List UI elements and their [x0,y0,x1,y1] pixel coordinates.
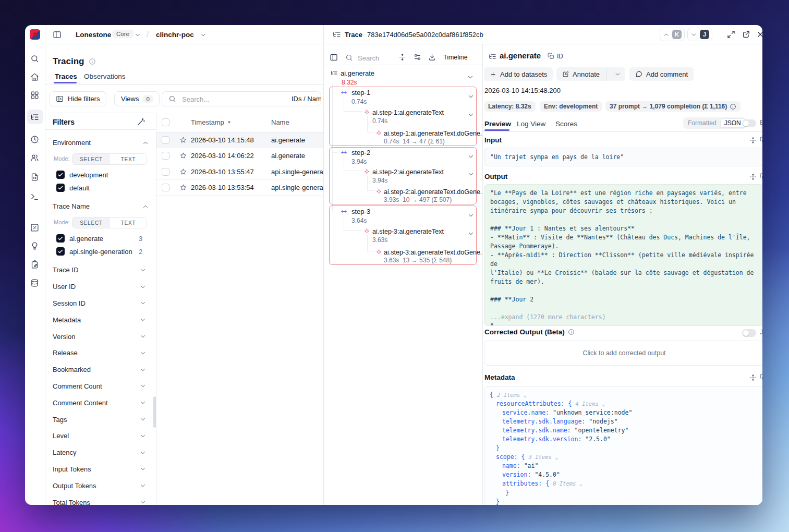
star-icon[interactable] [179,136,187,144]
tree-generation-name[interactable]: ai.step-1:ai.generateText [372,109,444,116]
chevron-down-icon[interactable] [467,171,475,178]
chevron-down-icon[interactable] [467,230,475,237]
dashboard-grid-icon[interactable] [30,91,39,100]
download-icon[interactable] [428,53,436,61]
wand-sparkles-icon[interactable] [137,117,145,126]
mode-text-option[interactable]: TEXT [110,217,147,228]
tab-scores[interactable]: Scores [555,120,577,128]
annotate-button[interactable]: Annotate [556,67,625,81]
filter-option-api-single-generation[interactable]: api.single-generation [69,248,132,256]
row-checkbox[interactable] [162,136,169,144]
corrected-json-toggle[interactable] [742,329,756,337]
formatted-option[interactable]: Formatted [684,119,720,127]
chevron-down-icon[interactable] [467,153,475,160]
trace-id[interactable]: 783e174d06d5e5a002c0daf861f852cb [367,31,483,39]
filter-section-version[interactable]: Version [45,328,156,345]
row-checkbox[interactable] [162,184,169,191]
external-link-icon[interactable] [742,30,750,39]
tree-dogenerate-name[interactable]: ai.step-1:ai.generateText.doGene... [384,130,485,137]
tab-traces[interactable]: Traces [55,72,77,80]
annotation-clipboard-icon[interactable] [30,260,39,269]
tree-search-input[interactable] [357,51,395,65]
views-button[interactable]: Views 0 [114,91,160,106]
project-chevron-down-icon[interactable] [200,31,207,39]
star-icon[interactable] [179,152,187,160]
copy-icon[interactable] [760,173,762,180]
filter-section-latency[interactable]: Latency [45,444,156,461]
table-row[interactable]: 2026-03-10 14:06:22 ai.generate [156,148,327,164]
sessions-clock-icon[interactable] [30,135,39,144]
column-timestamp[interactable]: Timestamp [191,118,271,126]
langfuse-logo[interactable] [30,29,40,40]
add-comment-button[interactable]: Add comment [629,67,694,81]
prompts-file-icon[interactable] [30,173,39,182]
copy-icon[interactable] [760,374,762,381]
tree-generation-name[interactable]: ai.step-2:ai.generateText [372,168,444,176]
star-icon[interactable] [179,168,187,176]
json-line[interactable]: attributes:{0 Items [484,479,762,488]
chevron-down-icon[interactable] [614,71,621,78]
unfold-vertical-icon[interactable] [749,173,757,180]
tree-panel-toggle-icon[interactable] [330,53,338,62]
lightbulb-icon[interactable] [30,241,39,250]
hide-filters-button[interactable]: Hide filters [49,91,106,106]
search-icon[interactable] [30,54,39,63]
datasets-database-icon[interactable] [30,279,39,287]
filter-section-tags[interactable]: Tags [45,411,156,428]
copy-icon[interactable] [548,53,554,59]
home-icon[interactable] [30,72,39,81]
row-checkbox[interactable] [162,168,169,176]
filter-section-comment-count[interactable]: Comment Count [45,378,156,395]
chevron-down-icon[interactable] [467,74,474,81]
prev-trace-control[interactable]: K [660,28,685,41]
tree-root-name[interactable]: ai.generate [341,69,374,77]
filter-option-development[interactable]: development [69,171,108,179]
close-icon[interactable] [756,30,762,39]
unfold-vertical-icon[interactable] [749,137,757,144]
id-label[interactable]: ID [557,53,563,60]
breadcrumb-org[interactable]: Lonestone [76,31,111,39]
tree-step-name[interactable]: step-1 [351,89,370,96]
tree-dogenerate-name[interactable]: ai.step-3:ai.generateText.doGene... [384,249,485,256]
filter-section-trace-id[interactable]: Trace ID [45,262,156,279]
tree-dogenerate-name[interactable]: ai.step-2:ai.generateText.doGene... [384,188,485,196]
next-trace-control[interactable]: J [687,28,712,41]
star-icon[interactable] [179,184,187,191]
filter-section-session-id[interactable]: Session ID [45,295,156,312]
chevron-up-icon[interactable] [142,203,149,210]
filter-section-total-tokens[interactable]: Total Tokens [45,494,156,505]
chevron-up-icon[interactable] [142,139,149,147]
tree-step-name[interactable]: step-2 [351,149,370,156]
sidebar-toggle-icon[interactable] [53,30,62,39]
tree-generation-name[interactable]: ai.step-3:ai.generateText [372,228,444,235]
corrected-output-box[interactable]: Click to add corrected output [484,341,762,366]
timeline-toggle[interactable]: Timeline [443,54,468,61]
filter-section-output-tokens[interactable]: Output Tokens [45,477,156,494]
breadcrumb-project[interactable]: clinchr-poc [156,31,194,39]
filter-section-user-id[interactable]: User ID [45,279,156,295]
json-line[interactable]: resourceAttributes:{4 Items [484,399,762,408]
filter-section-trace-name[interactable]: Trace Name [53,202,90,210]
info-icon[interactable] [89,58,96,65]
table-row[interactable]: 2026-03-10 13:55:47 api.single-generatio… [156,164,327,180]
mode-text-option[interactable]: TEXT [110,154,147,164]
beta-toggle[interactable] [742,119,756,127]
table-row[interactable]: 2026-03-10 14:15:48 ai.generate [156,132,327,148]
output-expand-link[interactable]: ...expand (1270 more characters) [490,313,758,322]
add-to-datasets-button[interactable]: Add to datasets [484,67,553,81]
trace-tree-icon[interactable] [30,113,39,122]
tab-preview[interactable]: Preview [484,120,511,128]
mode-select-option[interactable]: SELECT [72,217,110,228]
filter-section-level[interactable]: Level [45,428,156,444]
filter-option-default[interactable]: default [69,184,90,192]
tab-log-view[interactable]: Log View [517,120,545,128]
unfold-vertical-icon[interactable] [398,53,406,61]
playground-terminal-icon[interactable] [30,192,39,201]
column-name[interactable]: Name [271,118,327,126]
row-checkbox[interactable] [162,152,169,160]
chevron-down-icon[interactable] [467,111,475,118]
chevron-down-icon[interactable] [467,212,475,219]
checkbox-ai-generate[interactable] [56,234,65,243]
info-icon[interactable] [568,329,575,335]
checkbox-default[interactable] [56,184,65,192]
